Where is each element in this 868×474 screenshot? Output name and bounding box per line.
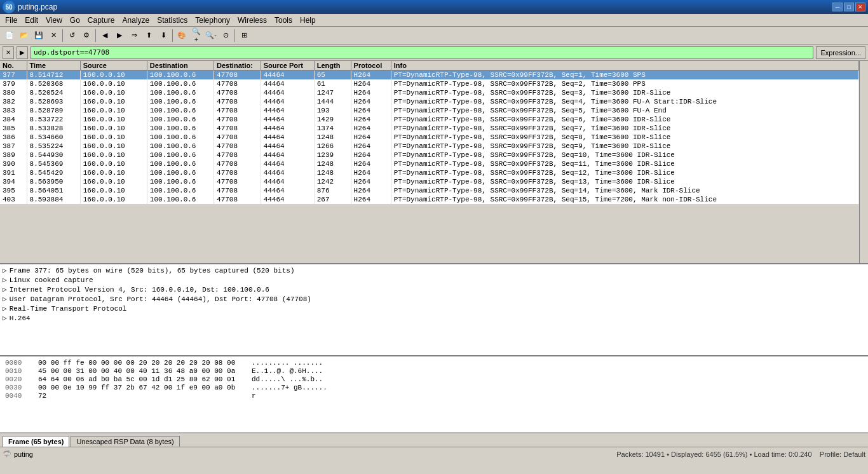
hex-row: 000000 00 ff fe 00 00 00 00 20 20 20 20 … — [5, 359, 863, 367]
menu-view[interactable]: View — [42, 15, 66, 25]
filter-apply-button[interactable]: ▶ — [17, 46, 28, 59]
detail-row[interactable]: ▷User Datagram Protocol, Src Port: 44464… — [3, 294, 865, 304]
detail-row[interactable]: ▷Real-Time Transport Protocol — [3, 304, 865, 313]
menu-statistics[interactable]: Statistics — [153, 15, 191, 25]
expand-arrow-icon[interactable]: ▷ — [3, 276, 7, 284]
col-source[interactable]: Source — [80, 61, 147, 71]
detail-row[interactable]: ▷H.264 — [3, 313, 865, 323]
menu-telephony[interactable]: Telephony — [191, 15, 234, 25]
toolbar-zoom-reset-button[interactable]: ⊙ — [219, 29, 233, 43]
cell-destination: 100.100.0.6 — [147, 88, 214, 97]
table-row[interactable]: 3828.528693160.0.0.10100.100.0.647708444… — [0, 97, 859, 106]
table-row[interactable]: 3798.520368160.0.0.10100.100.0.647708444… — [0, 79, 859, 88]
filter-clear-button[interactable]: ✕ — [3, 46, 14, 59]
toolbar-new-button[interactable]: 📄 — [3, 29, 17, 43]
cell-info: PT=DynamicRTP-Type-98, SSRC=0x99FF372B, … — [391, 106, 858, 115]
col-time[interactable]: Time — [27, 61, 80, 71]
toolbar-back-button[interactable]: ◀ — [98, 29, 112, 43]
col-protocol[interactable]: Protocol — [351, 61, 391, 71]
bottom-tab-1[interactable]: Unescaped RSP Data (8 bytes) — [71, 436, 179, 447]
cell-src_port: 44464 — [261, 133, 314, 142]
table-row[interactable]: 3958.564051160.0.0.10100.100.0.647708444… — [0, 186, 859, 195]
cell-time: 8.514712 — [27, 71, 80, 80]
cell-dst_port: 47708 — [214, 142, 261, 151]
cell-protocol: H264 — [351, 159, 391, 168]
toolbar-top-button[interactable]: ⬆ — [142, 29, 156, 43]
menu-file[interactable]: File — [1, 15, 21, 25]
menu-analyze[interactable]: Analyze — [119, 15, 154, 25]
table-row[interactable]: 3838.528789160.0.0.10100.100.0.647708444… — [0, 106, 859, 115]
cell-source: 160.0.0.10 — [80, 133, 147, 142]
expand-arrow-icon[interactable]: ▷ — [3, 304, 7, 313]
toolbar-save-button[interactable]: 💾 — [32, 29, 46, 43]
cell-destination: 100.100.0.6 — [147, 142, 214, 151]
menubar: File Edit View Go Capture Analyze Statis… — [0, 14, 868, 27]
expression-button[interactable]: Expression... — [816, 46, 865, 59]
table-row[interactable]: 4038.593884160.0.0.10100.100.0.647708444… — [0, 195, 859, 204]
close-button[interactable]: ✕ — [855, 3, 865, 11]
bottom-tab-0[interactable]: Frame (65 bytes) — [3, 436, 69, 447]
cell-protocol: H264 — [351, 124, 391, 133]
cell-src_port: 44464 — [261, 142, 314, 151]
cell-dst_port: 47708 — [214, 151, 261, 159]
toolbar-color-button[interactable]: 🎨 — [175, 29, 189, 43]
cell-time: 8.533722 — [27, 115, 80, 124]
maximize-button[interactable]: □ — [844, 3, 854, 11]
table-row[interactable]: 3948.563950160.0.0.10100.100.0.647708444… — [0, 177, 859, 186]
col-length[interactable]: Length — [314, 61, 351, 71]
hex-row: 003000 00 0e 10 99 ff 37 2b 67 42 00 1f … — [5, 384, 863, 391]
col-destination[interactable]: Destination — [147, 61, 214, 71]
toolbar-sep-1 — [62, 29, 63, 42]
toolbar-bottom-button[interactable]: ⬇ — [156, 29, 170, 43]
expand-arrow-icon[interactable]: ▷ — [3, 314, 7, 322]
cell-protocol: H264 — [351, 195, 391, 204]
table-row[interactable]: 3778.514712160.0.0.10100.100.0.647708444… — [0, 71, 859, 80]
cell-length: 65 — [314, 71, 351, 80]
toolbar-capture-opts-button[interactable]: ⚙ — [79, 29, 93, 43]
hex-bytes: 00 00 0e 10 99 ff 37 2b 67 42 00 1f e9 0… — [38, 384, 241, 391]
expand-arrow-icon[interactable]: ▷ — [3, 285, 7, 294]
col-info[interactable]: Info — [391, 61, 858, 71]
table-row[interactable]: 3898.544930160.0.0.10100.100.0.647708444… — [0, 151, 859, 159]
menu-go[interactable]: Go — [66, 15, 84, 25]
table-row[interactable]: 3808.520524160.0.0.10100.100.0.647708444… — [0, 88, 859, 97]
table-row[interactable]: 3868.534660160.0.0.10100.100.0.647708444… — [0, 133, 859, 142]
cell-time: 8.564051 — [27, 186, 80, 195]
col-dst-port[interactable]: Destinatio: — [214, 61, 261, 71]
table-row[interactable]: 3878.535224160.0.0.10100.100.0.647708444… — [0, 142, 859, 151]
toolbar-goto-button[interactable]: ⇒ — [127, 29, 141, 43]
list-scrollbar[interactable] — [859, 61, 868, 263]
col-src-port[interactable]: Source Port — [261, 61, 314, 71]
minimize-button[interactable]: ─ — [832, 3, 843, 11]
detail-row[interactable]: ▷Internet Protocol Version 4, Src: 160.0… — [3, 285, 865, 294]
cell-time: 8.533828 — [27, 124, 80, 133]
cell-src_port: 44464 — [261, 195, 314, 204]
toolbar: 📄 📂 💾 ✕ ↺ ⚙ ◀ ▶ ⇒ ⬆ ⬇ 🎨 🔍+ 🔍- ⊙ ⊞ — [0, 27, 868, 44]
menu-tools[interactable]: Tools — [271, 15, 296, 25]
menu-wireless[interactable]: Wireless — [234, 15, 271, 25]
filter-input[interactable]: udp.dstport==47708 — [31, 46, 813, 59]
cell-no: 394 — [0, 177, 27, 186]
toolbar-zoom-out-button[interactable]: 🔍- — [204, 29, 218, 43]
table-row[interactable]: 3918.545429160.0.0.10100.100.0.647708444… — [0, 168, 859, 177]
table-row[interactable]: 3848.533722160.0.0.10100.100.0.647708444… — [0, 115, 859, 124]
detail-row[interactable]: ▷Linux cooked capture — [3, 275, 865, 285]
expand-arrow-icon[interactable]: ▷ — [3, 295, 7, 303]
toolbar-zoom-in-button[interactable]: 🔍+ — [189, 29, 203, 43]
toolbar-forward-button[interactable]: ▶ — [112, 29, 126, 43]
col-no[interactable]: No. — [0, 61, 27, 71]
table-row[interactable]: 3858.533828160.0.0.10100.100.0.647708444… — [0, 124, 859, 133]
menu-help[interactable]: Help — [296, 15, 320, 25]
expand-arrow-icon[interactable]: ▷ — [3, 266, 7, 274]
filterbar: ✕ ▶ udp.dstport==47708 Expression... — [0, 44, 868, 61]
detail-row[interactable]: ▷Frame 377: 65 bytes on wire (520 bits),… — [3, 266, 865, 275]
toolbar-close-button[interactable]: ✕ — [46, 29, 60, 43]
cell-src_port: 44464 — [261, 168, 314, 177]
toolbar-reload-button[interactable]: ↺ — [65, 29, 79, 43]
toolbar-resize-button[interactable]: ⊞ — [237, 29, 251, 43]
toolbar-open-button[interactable]: 📂 — [17, 29, 31, 43]
table-row[interactable]: 3908.545369160.0.0.10100.100.0.647708444… — [0, 159, 859, 168]
menu-edit[interactable]: Edit — [21, 15, 42, 25]
cell-src_port: 44464 — [261, 115, 314, 124]
menu-capture[interactable]: Capture — [84, 15, 119, 25]
